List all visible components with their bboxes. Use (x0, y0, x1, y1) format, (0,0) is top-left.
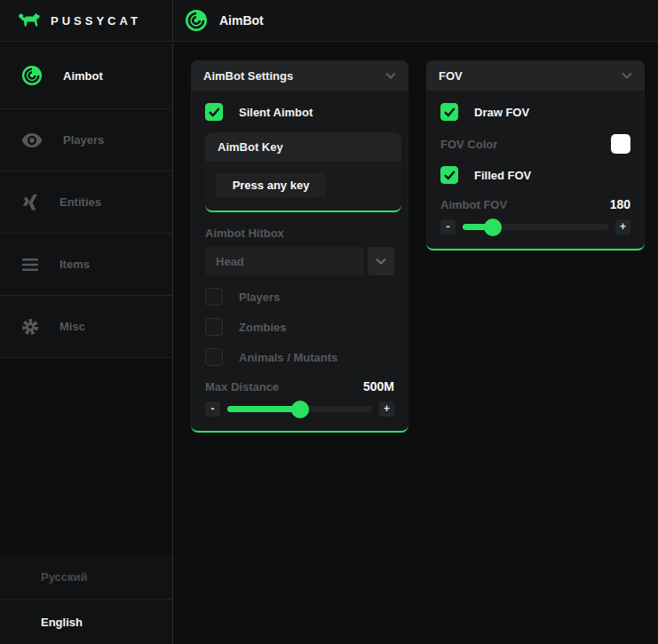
panel-title: AimBot Settings (203, 69, 293, 83)
animals-mutants-checkbox-row[interactable]: Animals / Mutants (205, 348, 394, 366)
aimbot-fov-block: Aimbot FOV 180 - + (440, 197, 630, 249)
hitbox-label: Aimbot Hitbox (205, 227, 394, 240)
top-bar: PUSSYCAT AimBot (0, 0, 658, 42)
checkbox[interactable] (205, 288, 223, 306)
sidebar-item-items[interactable]: Items (0, 234, 172, 296)
sidebar-item-label: Aimbot (63, 69, 103, 83)
chevron-down-icon (622, 72, 632, 79)
gear-icon (21, 318, 39, 336)
fov-color-swatch[interactable] (611, 134, 630, 154)
checkbox[interactable] (205, 318, 223, 336)
sidebar-item-entities[interactable]: Entities (0, 171, 172, 234)
aimbot-fov-label: Aimbot FOV (440, 198, 507, 211)
page-title-bar: AimBot (173, 0, 264, 41)
entities-icon (21, 194, 39, 211)
aimbot-settings-panel: AimBot Settings Silent Aimbot AimBot Key… (191, 60, 408, 433)
sidebar-item-misc[interactable]: Misc (0, 296, 172, 358)
fov-color-label: FOV Color (440, 138, 497, 151)
silent-aimbot-checkbox-row[interactable]: Silent Aimbot (205, 103, 394, 121)
aimbot-fov-slider[interactable] (463, 224, 608, 230)
sidebar-item-label: Players (63, 133, 104, 147)
checkbox-label: Filled FOV (474, 169, 531, 182)
slider-fill (227, 406, 300, 412)
max-distance-slider[interactable] (227, 406, 372, 412)
checkbox-label: Players (239, 290, 280, 304)
slider-thumb[interactable] (484, 219, 502, 236)
brand-name: PUSSYCAT (51, 14, 141, 28)
language-russian[interactable]: Русский (0, 555, 172, 600)
fov-color-row: FOV Color (440, 134, 630, 154)
aimbot-key-group: AimBot Key Press any key (205, 132, 401, 212)
checkbox[interactable] (440, 103, 458, 121)
hitbox-select-dropdown-button[interactable] (368, 247, 394, 275)
checkbox[interactable] (205, 348, 223, 366)
aimbot-fov-increment-button[interactable]: + (615, 219, 630, 235)
checkbox-label: Zombies (239, 321, 286, 334)
aimbot-fov-value: 180 (610, 197, 630, 211)
players-checkbox-row[interactable]: Players (205, 288, 394, 306)
sidebar-item-players[interactable]: Players (0, 109, 172, 171)
chevron-down-icon (376, 258, 386, 265)
check-icon (444, 107, 456, 117)
max-distance-decrement-button[interactable]: - (205, 402, 220, 417)
eye-icon (21, 133, 43, 147)
filled-fov-checkbox-row[interactable]: Filled FOV (440, 166, 630, 184)
sidebar-item-label: Misc (59, 320, 85, 333)
fov-header[interactable]: FOV (426, 60, 645, 91)
check-icon (209, 107, 220, 117)
sidebar: Aimbot Players Entities Items (0, 43, 173, 644)
checkbox-label: Animals / Mutants (239, 351, 337, 364)
draw-fov-checkbox-row[interactable]: Draw FOV (440, 103, 630, 121)
max-distance-increment-button[interactable]: + (379, 402, 394, 417)
sidebar-spacer (0, 358, 172, 555)
language-english[interactable]: English (0, 600, 172, 644)
brand: PUSSYCAT (0, 0, 173, 41)
checkbox-label: Silent Aimbot (239, 106, 313, 119)
check-icon (444, 171, 456, 180)
max-distance-label: Max Distance (205, 380, 279, 394)
cat-icon (18, 12, 42, 29)
max-distance-value: 500M (363, 379, 394, 394)
sidebar-item-label: Entities (59, 195, 101, 209)
press-any-key-button[interactable]: Press any key (216, 173, 326, 197)
aim-icon (21, 65, 43, 86)
page-title: AimBot (219, 13, 264, 28)
chevron-down-icon (385, 72, 396, 79)
hitbox-select[interactable]: Head (205, 247, 364, 275)
checkbox-label: Draw FOV (474, 106, 529, 119)
sidebar-item-label: Items (59, 258, 90, 271)
aimbot-fov-decrement-button[interactable]: - (440, 219, 456, 235)
checkbox[interactable] (205, 103, 223, 121)
aim-icon (185, 9, 208, 32)
checkbox[interactable] (440, 166, 458, 184)
aimbot-key-label: AimBot Key (205, 132, 401, 162)
fov-panel: FOV Draw FOV FOV Color Filled FOV Aimbot… (426, 60, 645, 250)
zombies-checkbox-row[interactable]: Zombies (205, 318, 394, 336)
panel-title: FOV (439, 69, 463, 83)
sidebar-item-aimbot[interactable]: Aimbot (0, 43, 172, 109)
aimbot-settings-header[interactable]: AimBot Settings (191, 60, 408, 91)
list-icon (21, 258, 39, 272)
slider-thumb[interactable] (291, 401, 309, 418)
hitbox-select-row: Head (205, 247, 394, 275)
max-distance-block: Max Distance 500M - + (205, 379, 394, 431)
